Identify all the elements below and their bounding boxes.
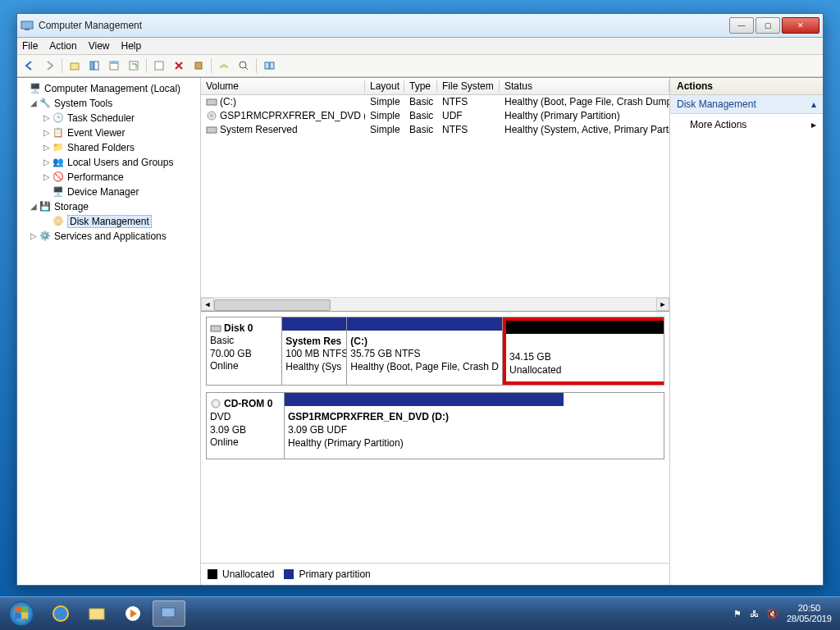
- tree-performance[interactable]: ▷🚫Performance: [19, 170, 199, 185]
- menubar: File Action View Help: [17, 38, 823, 55]
- cd-icon: [206, 110, 217, 121]
- tree-event-viewer[interactable]: ▷📋Event Viewer: [19, 126, 199, 140]
- back-button[interactable]: [21, 57, 39, 75]
- partition-bar: [347, 317, 502, 331]
- menu-view[interactable]: View: [89, 40, 110, 52]
- show-hide-button[interactable]: [85, 57, 103, 75]
- toolbar-btn-4[interactable]: [235, 57, 253, 75]
- close-button[interactable]: ✕: [782, 17, 819, 34]
- network-icon[interactable]: 🖧: [750, 609, 759, 619]
- partition-bar: [506, 321, 664, 334]
- tree-local-users[interactable]: ▷👥Local Users and Groups: [19, 155, 199, 170]
- taskbar-computer-management[interactable]: [153, 600, 185, 627]
- legend-primary: Primary partition: [299, 568, 370, 580]
- swatch-primary: [284, 569, 294, 579]
- services-icon: ⚙️: [39, 230, 52, 243]
- start-button[interactable]: [0, 597, 43, 630]
- scroll-thumb[interactable]: [214, 299, 331, 311]
- minimize-button[interactable]: —: [729, 17, 754, 34]
- disk-icon: 📀: [52, 215, 65, 228]
- tree-pane[interactable]: 🖥️Computer Management (Local) ◢🔧System T…: [17, 78, 201, 585]
- svg-rect-13: [270, 62, 274, 69]
- legend-unallocated: Unallocated: [222, 568, 274, 580]
- toolbar-btn-5[interactable]: [260, 57, 278, 75]
- svg-point-22: [53, 606, 68, 621]
- up-button[interactable]: [66, 57, 84, 75]
- more-actions[interactable]: More Actions▸: [670, 114, 823, 135]
- svg-rect-8: [155, 62, 163, 70]
- svg-rect-23: [89, 609, 104, 619]
- svg-point-16: [211, 115, 213, 117]
- cd-icon: [210, 398, 221, 409]
- svg-rect-6: [110, 62, 118, 64]
- svg-point-10: [240, 62, 246, 68]
- actions-section[interactable]: Disk Management▴: [670, 95, 823, 114]
- taskbar-media[interactable]: [116, 600, 149, 627]
- scroll-left-button[interactable]: ◄: [201, 298, 214, 311]
- folder-shared-icon: 📁: [52, 141, 65, 154]
- menu-help[interactable]: Help: [121, 40, 142, 52]
- svg-rect-14: [207, 99, 217, 105]
- partition-c[interactable]: (C:)35.75 GB NTFSHealthy (Boot, Page Fil…: [347, 317, 503, 386]
- disk-graphic-area[interactable]: Disk 0 Basic70.00 GBOnline System Res100…: [201, 312, 669, 563]
- disk-0-row[interactable]: Disk 0 Basic70.00 GBOnline System Res100…: [206, 317, 664, 386]
- horizontal-scrollbar[interactable]: ◄ ►: [201, 297, 669, 311]
- col-type[interactable]: Type: [404, 80, 437, 92]
- col-layout[interactable]: Layout: [365, 80, 404, 92]
- menu-action[interactable]: Action: [49, 40, 76, 52]
- volume-icon[interactable]: 🔇: [767, 609, 778, 619]
- tree-system-tools[interactable]: ◢🔧System Tools: [19, 96, 199, 111]
- maximize-button[interactable]: ▢: [756, 17, 780, 34]
- svg-rect-0: [21, 21, 33, 29]
- system-tray[interactable]: ⚑ 🖧 🔇 20:5028/05/2019: [733, 603, 840, 624]
- tree-disk-management[interactable]: 📀Disk Management: [19, 214, 199, 229]
- col-volume[interactable]: Volume: [201, 80, 365, 92]
- tree-task-scheduler[interactable]: ▷🕒Task Scheduler: [19, 111, 199, 126]
- col-status[interactable]: Status: [500, 80, 669, 92]
- toolbar-btn-3[interactable]: [215, 57, 233, 75]
- scroll-right-button[interactable]: ►: [656, 298, 669, 311]
- disk-0-info[interactable]: Disk 0 Basic70.00 GBOnline: [206, 317, 282, 386]
- computer-icon: 🖥️: [29, 82, 42, 95]
- forward-button[interactable]: [40, 57, 58, 75]
- actions-pane: Actions Disk Management▴ More Actions▸: [670, 78, 823, 585]
- svg-rect-12: [265, 62, 269, 69]
- refresh-button[interactable]: [125, 57, 143, 75]
- collapse-icon: ▴: [811, 98, 816, 110]
- partition-system-reserved[interactable]: System Res100 MB NTFSHealthy (Sys: [282, 317, 347, 386]
- tree-device-manager[interactable]: 🖥️Device Manager: [19, 185, 199, 199]
- chevron-right-icon: ▸: [811, 119, 816, 130]
- toolbar-btn-2[interactable]: [189, 57, 208, 75]
- partition-dvd[interactable]: GSP1RMCPRXFRER_EN_DVD (D:)3.09 GB UDFHea…: [285, 393, 564, 459]
- tree-services[interactable]: ▷⚙️Services and Applications: [19, 229, 199, 244]
- taskbar-explorer[interactable]: [80, 600, 113, 627]
- svg-rect-17: [207, 127, 217, 133]
- taskbar-ie[interactable]: [44, 600, 77, 627]
- properties-button[interactable]: [105, 57, 123, 75]
- tray-clock[interactable]: 20:5028/05/2019: [787, 603, 832, 624]
- cdrom-0-info[interactable]: CD-ROM 0 DVD3.09 GBOnline: [206, 392, 285, 459]
- cdrom-0-row[interactable]: CD-ROM 0 DVD3.09 GBOnline GSP1RMCPRXFRER…: [206, 392, 664, 459]
- swatch-unallocated: [208, 569, 217, 579]
- tree-storage[interactable]: ◢💾Storage: [19, 199, 199, 214]
- tree-shared-folders[interactable]: ▷📁Shared Folders: [19, 140, 199, 155]
- volume-row[interactable]: System Reserved SimpleBasicNTFSHealthy (…: [201, 123, 669, 137]
- volume-list[interactable]: Volume Layout Type File System Status (C…: [201, 78, 669, 312]
- svg-rect-18: [211, 326, 221, 331]
- svg-rect-4: [94, 62, 98, 70]
- hdd-icon: [210, 322, 221, 334]
- volume-header[interactable]: Volume Layout Type File System Status: [201, 78, 669, 95]
- col-filesystem[interactable]: File System: [437, 80, 500, 92]
- volume-row[interactable]: GSP1RMCPRXFRER_EN_DVD (D:) SimpleBasicUD…: [201, 109, 669, 123]
- delete-button[interactable]: [170, 57, 188, 75]
- menu-file[interactable]: File: [22, 40, 38, 52]
- flag-icon[interactable]: ⚑: [733, 609, 742, 619]
- partition-unallocated[interactable]: 34.15 GBUnallocated: [503, 317, 664, 386]
- tree-root[interactable]: 🖥️Computer Management (Local): [19, 81, 199, 96]
- volume-row[interactable]: (C:) SimpleBasicNTFSHealthy (Boot, Page …: [201, 95, 669, 109]
- taskbar[interactable]: ⚑ 🖧 🔇 20:5028/05/2019: [0, 596, 840, 630]
- users-icon: 👥: [52, 156, 65, 169]
- titlebar[interactable]: Computer Management — ▢ ✕: [17, 14, 823, 38]
- window-title: Computer Management: [39, 20, 729, 31]
- toolbar-btn-1[interactable]: [150, 57, 168, 75]
